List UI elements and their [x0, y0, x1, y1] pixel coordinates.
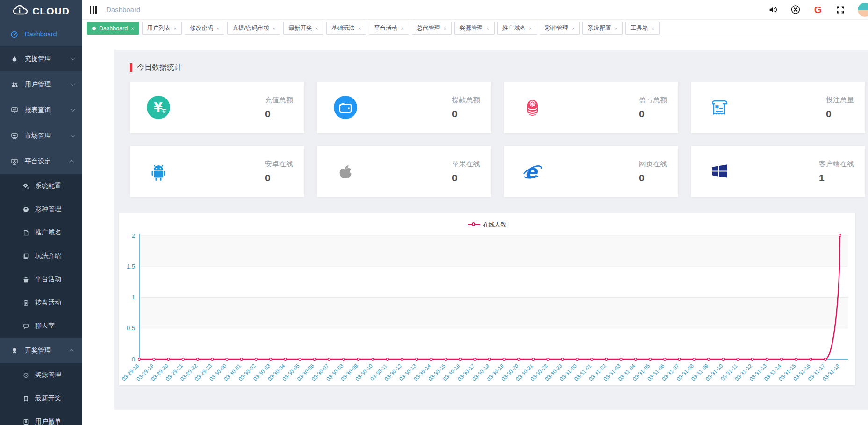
tab-7[interactable]: 总代管理 ×	[412, 22, 452, 35]
tab-2[interactable]: 修改密码 ×	[185, 22, 224, 35]
tab-label: 充提/密码审核	[232, 24, 269, 32]
section-title-row: 今日数据统计	[130, 63, 868, 72]
tab-10[interactable]: 彩种管理 ×	[540, 22, 580, 35]
volume-icon[interactable]	[768, 5, 778, 15]
tab-label: 基础玩法	[331, 24, 355, 32]
close-icon[interactable]: ×	[273, 26, 275, 31]
sidebar-item-users[interactable]: 用户管理	[0, 71, 82, 97]
sidebar-item-label: 开奖管理	[25, 347, 51, 355]
card-label: 安卓在线	[265, 160, 293, 169]
svg-text:充: 充	[161, 108, 166, 114]
card-value: 1	[819, 172, 854, 184]
fullscreen-icon[interactable]	[835, 5, 846, 15]
tab-6[interactable]: 平台活动 ×	[369, 22, 409, 35]
close-icon[interactable]: ×	[216, 26, 219, 31]
stat-card-android-online: 安卓在线0	[130, 146, 304, 197]
sidebar-item-wheel-activity[interactable]: 转盘活动	[0, 291, 82, 314]
ban-circle-icon[interactable]	[790, 5, 801, 15]
sidebar-item-label: 报表查询	[25, 106, 51, 114]
ie-browser-icon: e	[520, 159, 545, 184]
tab-1[interactable]: 用户列表 ×	[142, 22, 182, 35]
close-icon[interactable]: ×	[401, 26, 403, 31]
tab-12[interactable]: 工具箱 ×	[625, 22, 660, 35]
sidebar-item-system-config[interactable]: 系统配置	[0, 174, 82, 198]
chart-legend[interactable]: 在线人数	[119, 219, 855, 230]
close-icon[interactable]: ×	[529, 26, 532, 31]
chevron-down-icon	[71, 107, 75, 112]
wallet-icon	[333, 95, 358, 120]
sidebar-item-label: 平台设定	[25, 157, 51, 166]
tab-9[interactable]: 推广域名 ×	[497, 22, 537, 35]
card-label: 苹果在线	[452, 160, 480, 169]
card-label: 盈亏总额	[639, 96, 667, 105]
stat-card-recharge: ¥充 充值总额0	[130, 82, 304, 133]
sidebar-item-platform-activity[interactable]: 平台活动	[0, 268, 82, 291]
app-title: CLOUD	[32, 6, 70, 17]
close-icon[interactable]: ×	[651, 26, 654, 31]
sidebar-item-dashboard[interactable]: Dashboard	[0, 22, 82, 46]
platform-monitor-icon	[10, 157, 18, 165]
sidebar-item-label: 平台活动	[35, 275, 61, 283]
online-users-chart: 在线人数 00.511.5203-29-1803-29-1903-29-2003…	[119, 212, 855, 385]
chat-bubble-icon	[22, 323, 29, 330]
close-icon[interactable]: ×	[444, 26, 446, 31]
svg-text:1: 1	[132, 294, 135, 301]
tab-label: 用户列表	[147, 24, 171, 32]
svg-text:¥: ¥	[715, 104, 719, 110]
close-icon[interactable]: ×	[358, 26, 361, 31]
tab-3[interactable]: 充提/密码审核 ×	[227, 22, 280, 35]
sidebar-item-label: 市场管理	[25, 132, 51, 140]
tab-11[interactable]: 系统配置 ×	[582, 22, 622, 35]
sidebar-toggle-icon[interactable]	[89, 4, 98, 15]
sidebar-item-play-intro[interactable]: 玩法介绍	[0, 244, 82, 268]
stat-card-bets: ¥ 投注总量0	[691, 82, 865, 133]
dashboard-gauge-icon	[10, 30, 18, 38]
tab-5[interactable]: 基础玩法 ×	[326, 22, 366, 35]
card-label: 充值总额	[265, 96, 293, 105]
card-value: 0	[265, 172, 293, 184]
yuan-scroll-icon: ¥	[707, 95, 732, 120]
sidebar-item-user-cancel-order[interactable]: 用户撤单	[0, 410, 82, 425]
sidebar-item-chatroom[interactable]: 聊天室	[0, 314, 82, 338]
sidebar-item-draw-manage[interactable]: 开奖管理	[0, 338, 82, 363]
sidebar-item-latest-draw[interactable]: 最新开奖	[0, 387, 82, 410]
yuan-recharge-icon: ¥充	[146, 95, 171, 120]
card-label: 网页在线	[639, 160, 667, 169]
svg-text:0: 0	[132, 356, 135, 363]
close-icon[interactable]: ×	[315, 26, 318, 31]
card-value: 0	[639, 172, 667, 184]
close-icon[interactable]: ×	[174, 26, 177, 31]
tab-label: 工具箱	[631, 24, 648, 32]
sidebar-item-promo-domain[interactable]: 推广域名	[0, 221, 82, 244]
tab-8[interactable]: 奖源管理 ×	[454, 22, 494, 35]
tab-label: 平台活动	[374, 24, 397, 32]
sidebar-item-reports[interactable]: 报表查询	[0, 97, 82, 123]
sidebar-item-label: 用户撤单	[35, 418, 61, 425]
sidebar-item-prize-source[interactable]: 奖源管理	[0, 363, 82, 387]
book-icon	[22, 253, 29, 260]
sidebar-item-label: Dashboard	[25, 30, 57, 38]
sidebar-item-market[interactable]: 市场管理	[0, 123, 82, 149]
gift-icon	[22, 276, 29, 283]
stat-card-withdraw: 提款总额0	[317, 82, 491, 133]
users-icon	[10, 80, 18, 88]
stat-card-web-online: e 网页在线0	[504, 146, 678, 197]
platform-submenu: 系统配置 彩种管理 推广域名 玩法介绍 平台活动	[0, 174, 82, 338]
card-label: 投注总量	[826, 96, 854, 105]
sidebar-item-label: 用户管理	[25, 80, 51, 89]
close-icon[interactable]: ×	[614, 26, 617, 31]
sidebar-item-lottery-manage[interactable]: 彩种管理	[0, 198, 82, 221]
sidebar-item-recharge[interactable]: 充提管理	[0, 46, 82, 71]
card-value: 0	[826, 108, 854, 120]
avatar[interactable]	[858, 3, 868, 17]
tab-label: 推广域名	[502, 24, 526, 32]
close-icon[interactable]: ×	[572, 26, 574, 31]
tab-0[interactable]: Dashboard ×	[87, 22, 139, 35]
market-monitor-icon	[10, 132, 18, 140]
close-icon[interactable]: ×	[486, 26, 489, 31]
tab-4[interactable]: 最新开奖 ×	[283, 22, 323, 35]
sidebar-item-platform[interactable]: 平台设定	[0, 149, 82, 174]
chevron-up-icon	[69, 349, 74, 354]
google-g-icon[interactable]: G	[813, 5, 823, 15]
close-icon[interactable]: ×	[131, 26, 134, 31]
